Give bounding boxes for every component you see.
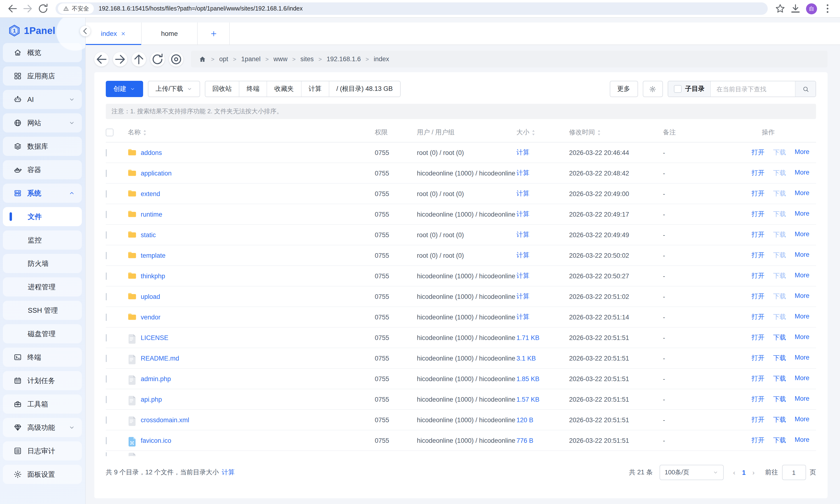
sidebar-item-advanced[interactable]: 高级功能 [3,418,82,437]
sidebar-item-database[interactable]: 数据库 [3,137,82,156]
breadcrumb-home-icon[interactable] [199,55,206,63]
download-action[interactable]: 下载 [773,251,786,260]
file-name-link[interactable]: addons [141,149,162,156]
download-action[interactable]: 下载 [773,231,786,239]
row-checkbox[interactable] [106,149,107,156]
open-action[interactable]: 打开 [752,272,765,280]
download-action[interactable]: 下载 [773,169,786,177]
downloads-icon[interactable] [789,2,802,15]
more-action[interactable]: More [794,313,809,321]
row-checkbox[interactable] [106,293,107,300]
browser-forward-icon[interactable] [21,2,34,15]
current-page[interactable]: 1 [738,469,750,476]
sort-icon[interactable] [597,129,601,136]
view-settings-button[interactable] [642,81,663,97]
nav-forward-button[interactable] [113,52,127,66]
sidebar-collapse-button[interactable] [80,26,90,36]
select-all-checkbox[interactable] [106,129,114,136]
bookmark-star-icon[interactable] [774,2,786,15]
sidebar-item-system[interactable]: 系统 [3,184,82,203]
sidebar-item-process[interactable]: 进程管理 [3,277,82,296]
breadcrumb-item[interactable]: 1panel [241,55,261,62]
file-name-link[interactable]: thinkphp [141,272,165,280]
size-link[interactable]: 计算 [516,231,529,238]
more-action[interactable]: More [794,292,809,301]
file-name-link[interactable]: template [141,252,166,259]
size-link[interactable]: 计算 [516,293,529,300]
row-checkbox[interactable] [106,396,107,403]
download-action[interactable]: 下载 [773,148,786,157]
more-action[interactable]: More [794,148,809,157]
more-action[interactable]: More [794,169,809,177]
more-action[interactable]: More [794,251,809,260]
file-name-link[interactable]: extend [141,190,160,197]
terminal-button[interactable]: 终端 [239,81,267,96]
breadcrumb-item[interactable]: 192.168.1.6 [327,55,361,62]
sort-icon[interactable] [143,129,147,136]
size-link[interactable]: 计算 [516,252,529,259]
download-action[interactable]: 下载 [773,190,786,198]
file-name-link[interactable]: application [141,169,172,177]
sidebar-item-files[interactable]: 文件 [3,207,82,226]
sidebar-item-terminal[interactable]: 终端 [3,348,82,367]
size-link[interactable]: 计算 [516,149,529,156]
file-name-link[interactable]: LICENSE [141,334,169,341]
more-action[interactable]: More [794,374,809,383]
breadcrumb-item[interactable]: www [274,55,288,62]
column-header[interactable]: 大小 [516,128,569,137]
browser-reload-icon[interactable] [37,2,49,15]
row-checkbox[interactable] [106,313,107,321]
recycle-bin-button[interactable]: 回收站 [205,81,239,96]
browser-menu-icon[interactable] [821,2,834,15]
download-action[interactable]: 下载 [773,210,786,218]
row-checkbox[interactable] [106,211,107,218]
security-badge[interactable]: 不安全 [58,3,94,14]
download-action[interactable]: 下载 [773,395,786,403]
more-action[interactable]: More [794,231,809,239]
download-action[interactable]: 下载 [773,354,786,362]
more-action[interactable]: More [794,436,809,445]
open-action[interactable]: 打开 [752,416,765,424]
toggle-hidden-files-button[interactable] [169,52,183,66]
more-action[interactable]: More [794,333,809,342]
browser-avatar[interactable]: 自 [806,3,817,14]
breadcrumb-item[interactable]: index [374,55,389,62]
row-checkbox[interactable] [106,334,107,341]
compute-dir-size-link[interactable]: 计算 [222,468,235,477]
more-action[interactable]: More [794,395,809,403]
open-action[interactable]: 打开 [752,395,765,403]
sidebar-item-container[interactable]: 容器 [3,160,82,179]
more-action[interactable]: More [794,190,809,198]
size-link[interactable]: 776 B [516,437,533,444]
more-action[interactable]: More [794,354,809,362]
root-usage-button[interactable]: / (根目录) 48.13 GB [329,81,400,96]
column-header[interactable]: 修改时间 [569,128,663,137]
nav-back-button[interactable] [94,52,109,66]
new-tab-button[interactable] [198,22,230,44]
download-action[interactable]: 下载 [773,313,786,321]
page-size-select[interactable]: 100条/页 [659,465,723,480]
open-action[interactable]: 打开 [752,292,765,301]
open-action[interactable]: 打开 [752,169,765,177]
open-action[interactable]: 打开 [752,354,765,362]
file-name-link[interactable]: favicon.ico [141,437,171,444]
sidebar-item-ai[interactable]: AI [3,90,82,109]
open-action[interactable]: 打开 [752,374,765,383]
open-action[interactable]: 打开 [752,436,765,445]
row-checkbox[interactable] [106,452,107,456]
size-link[interactable]: 计算 [516,211,529,218]
nav-up-button[interactable] [132,52,146,66]
size-link[interactable]: 计算 [516,272,529,279]
sidebar-item-disk[interactable]: 磁盘管理 [3,324,82,343]
row-checkbox[interactable] [106,416,107,424]
open-action[interactable]: 打开 [752,190,765,198]
file-name-link[interactable]: admin.php [141,375,171,382]
breadcrumb-item[interactable]: opt [219,55,228,62]
create-button[interactable]: 创建 [106,81,143,97]
sidebar-item-logs[interactable]: 日志审计 [3,442,82,461]
tab-close-icon[interactable] [121,31,126,36]
subdir-checkbox[interactable] [674,85,681,93]
size-link[interactable]: 计算 [516,313,529,320]
sort-icon[interactable] [531,129,536,136]
sidebar-item-ssh[interactable]: SSH 管理 [3,301,82,320]
